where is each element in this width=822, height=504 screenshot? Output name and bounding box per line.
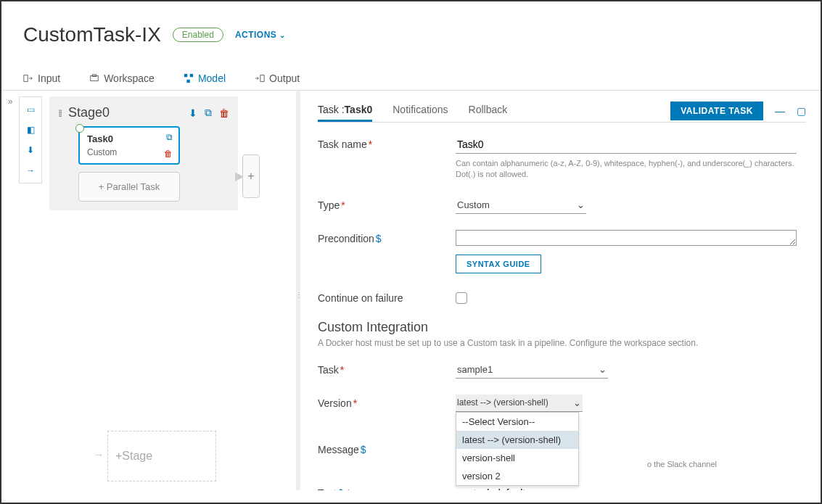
task-name-label: Task name — [318, 139, 367, 150]
stage-copy-icon[interactable]: ⧉ — [205, 107, 212, 119]
status-badge: Enabled — [173, 28, 223, 42]
output-icon — [255, 73, 265, 83]
version-select[interactable]: latest --> (version-shell) ⌄ — [456, 394, 583, 412]
tool-grid-icon[interactable]: ▭ — [23, 103, 38, 116]
stage-download-icon[interactable]: ⬇ — [189, 107, 197, 119]
tab-model[interactable]: Model — [184, 67, 226, 90]
version-option-2[interactable]: version 2 — [456, 467, 578, 485]
maximize-icon[interactable]: ▢ — [797, 105, 806, 117]
detail-tab-task[interactable]: Task :Task0 — [318, 99, 372, 122]
model-icon — [184, 73, 194, 83]
continue-label: Continue on failure — [318, 289, 456, 304]
chevron-down-icon: ⌄ — [577, 199, 585, 210]
version-option-latest[interactable]: latest --> (version-shell) — [456, 431, 578, 449]
task-name-hint: Can contain alphanumeric (a-z, A-Z, 0-9)… — [456, 158, 797, 181]
chevron-down-icon: ⌄ — [573, 397, 581, 408]
expand-handle[interactable]: » — [1, 91, 19, 490]
tool-download-icon[interactable]: ⬇ — [23, 144, 38, 157]
version-option-placeholder[interactable]: --Select Version-- — [456, 413, 578, 431]
workspace-icon — [89, 73, 99, 83]
type-select[interactable]: Custom ⌄ — [456, 197, 586, 214]
svg-rect-6 — [260, 75, 264, 82]
add-sequential-button[interactable]: + — [242, 154, 260, 198]
stage-name: Stage0 — [68, 105, 181, 120]
task-name-input[interactable] — [456, 136, 797, 154]
version-option-shell[interactable]: version-shell — [456, 449, 578, 467]
type-label: Type — [318, 199, 340, 211]
tab-output[interactable]: Output — [255, 67, 300, 90]
drag-grip-icon[interactable]: ⁞⁞ — [58, 107, 61, 119]
actions-menu[interactable]: ACTIONS — [235, 30, 286, 40]
add-stage-arrow-icon: → — [93, 448, 104, 461]
precondition-input[interactable] — [456, 230, 797, 246]
version-dropdown-menu: --Select Version-- latest --> (version-s… — [456, 412, 579, 486]
continue-on-failure-checkbox[interactable] — [456, 292, 467, 304]
canvas-toolbar: ▭ ◧ ⬇ → — [19, 96, 42, 183]
message-label: Message — [318, 444, 359, 455]
detail-tab-rollback[interactable]: Rollback — [469, 99, 508, 122]
svg-rect-0 — [24, 75, 28, 82]
svg-rect-4 — [190, 74, 193, 77]
add-stage-button[interactable]: +Stage — [107, 431, 216, 482]
tool-arrow-icon[interactable]: → — [23, 164, 38, 177]
main-tabs: Input Workspace Model Output — [1, 67, 821, 91]
task-card[interactable]: Task0 Custom ⧉ 🗑 — [78, 126, 180, 165]
input-icon — [23, 73, 33, 83]
tab-input[interactable]: Input — [23, 67, 60, 90]
task-select[interactable]: sample1 ⌄ — [456, 361, 608, 379]
detail-tab-notifications[interactable]: Notifications — [392, 99, 448, 122]
version-label: Version — [318, 397, 352, 409]
stage-delete-icon[interactable]: 🗑 — [219, 107, 229, 119]
precondition-label: Precondition — [318, 233, 374, 244]
chevron-down-icon: ⌄ — [599, 364, 607, 375]
svg-rect-3 — [184, 74, 187, 77]
task-dropdown-label: Task — [318, 364, 339, 376]
syntax-guide-button[interactable]: SYNTAX GUIDE — [456, 255, 541, 273]
minimize-icon[interactable]: — — [775, 105, 785, 117]
add-parallel-task-button[interactable]: + Parallel Task — [78, 172, 180, 202]
page-title: CustomTask-IX — [23, 23, 161, 46]
task-detail-panel: Task :Task0 Notifications Rollback VALID… — [300, 91, 821, 490]
task-card-name: Task0 — [87, 133, 171, 144]
validate-task-button[interactable]: VALIDATE TASK — [670, 102, 763, 120]
tab-workspace[interactable]: Workspace — [89, 67, 155, 90]
svg-rect-5 — [186, 80, 189, 83]
custom-integration-heading: Custom Integration — [318, 320, 806, 335]
task-card-type: Custom — [87, 147, 171, 157]
stage-box[interactable]: ⁞⁞ Stage0 ⬇ ⧉ 🗑 Task0 Custom ⧉ 🗑 + Paral… — [49, 96, 238, 210]
pipeline-canvas: ⁞⁞ Stage0 ⬇ ⧉ 🗑 Task0 Custom ⧉ 🗑 + Paral… — [42, 91, 296, 490]
task-delete-icon[interactable]: 🗑 — [164, 149, 173, 159]
task-copy-icon[interactable]: ⧉ — [166, 132, 173, 142]
tool-layout-icon[interactable]: ◧ — [23, 123, 38, 136]
text-label: Text — [318, 487, 337, 490]
custom-integration-hint: A Docker host must be set up to use a Cu… — [318, 338, 806, 348]
